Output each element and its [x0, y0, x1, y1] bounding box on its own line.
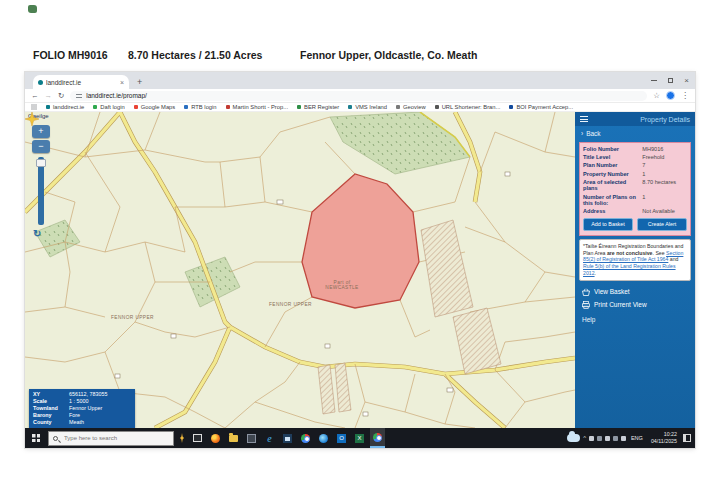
taskbar-app-photos[interactable] [244, 428, 259, 448]
taskbar-app-file-explorer[interactable] [226, 428, 241, 448]
header-location-text: Fennor Upper, Oldcastle, Co. Meath [300, 49, 477, 61]
basket-icon [582, 288, 590, 296]
cortana-icon[interactable] [177, 433, 187, 443]
panel-menu-icon[interactable] [580, 116, 588, 122]
file-explorer-icon [229, 435, 238, 442]
browser-menu-icon[interactable]: ⋮ [681, 91, 689, 100]
property-details-panel: Property Details › Back Folio NumberMH90… [575, 112, 695, 428]
chrome-icon [301, 434, 310, 443]
language-indicator[interactable]: ENG [629, 435, 645, 441]
forward-icon[interactable]: → [45, 91, 53, 100]
legal-link-rule[interactable]: Rule 5(b) of the Land Registration Rules… [583, 263, 676, 276]
field-row: Plan Number7 [583, 162, 687, 169]
internet-explorer-icon: e [267, 434, 271, 443]
compass-icon [25, 112, 39, 126]
tray-icon[interactable] [589, 436, 594, 441]
page-title: FOLIO MH9016 [33, 49, 108, 61]
taskbar-app-excel[interactable]: X [352, 428, 367, 448]
create-alert-button[interactable]: Create Alert [637, 218, 687, 231]
url-bar[interactable] [70, 91, 647, 101]
site-settings-icon[interactable] [76, 93, 82, 99]
weather-cloud-icon[interactable] [567, 434, 580, 442]
browser-tab[interactable]: landdirect.ie × [33, 75, 129, 89]
view-basket-link[interactable]: View Basket [575, 283, 695, 296]
bookmark-item[interactable]: BOI Payment Accep... [509, 104, 573, 110]
zoom-in-button[interactable]: + [32, 125, 50, 138]
tray-icon[interactable] [621, 436, 626, 441]
taskbar-app-chrome-active[interactable] [370, 428, 385, 448]
bookmark-item[interactable]: landdirect.ie [46, 104, 84, 110]
new-tab-button[interactable]: + [137, 75, 142, 89]
bookmark-item[interactable]: Daft login [93, 104, 125, 110]
bookmark-item[interactable]: VMS Ireland [348, 104, 387, 110]
window-maximize-button[interactable] [668, 78, 673, 83]
field-row: AddressNot Available [583, 208, 687, 215]
zoom-out-button[interactable]: − [32, 140, 50, 153]
window-close-button[interactable]: × [684, 77, 689, 85]
tab-close-icon[interactable]: × [120, 79, 124, 86]
bookmark-favicon [93, 105, 97, 109]
townland-label-fennor-upper: FENNOR UPPER [269, 302, 312, 307]
bookmark-favicon [396, 105, 400, 109]
excel-icon: X [355, 434, 364, 443]
print-current-view-link[interactable]: Print Current View [575, 296, 695, 309]
taskbar-app-store[interactable] [280, 428, 295, 448]
info-row: BaronyFore [29, 412, 135, 419]
tray-icon[interactable] [613, 436, 618, 441]
scan-mark [28, 5, 37, 13]
windows-logo-icon [32, 434, 40, 442]
profile-avatar[interactable] [666, 91, 675, 100]
action-center-icon[interactable] [683, 434, 691, 442]
taskbar-app-firefox[interactable] [208, 428, 223, 448]
add-to-basket-button[interactable]: Add to Basket [583, 218, 633, 231]
info-row: TownlandFennor Upper [29, 405, 135, 412]
back-link[interactable]: › Back [575, 126, 695, 139]
bookmark-item[interactable]: RTB login [184, 104, 216, 110]
back-chevron-icon: › [581, 130, 583, 137]
taskbar-search[interactable] [48, 431, 174, 446]
tray-icon[interactable] [597, 436, 602, 441]
bookmark-favicon [46, 105, 50, 109]
store-icon [283, 434, 292, 443]
search-input[interactable] [62, 434, 169, 442]
start-button[interactable] [27, 428, 45, 448]
bookmark-item[interactable]: Martin Shortt - Prop... [226, 104, 288, 110]
outlook-icon: O [337, 434, 346, 443]
back-icon[interactable]: ← [31, 91, 39, 100]
tray-expand-icon[interactable]: ^ [583, 435, 586, 441]
apps-grid-icon[interactable] [31, 104, 37, 110]
bookmark-favicon [435, 105, 439, 109]
photos-icon [247, 434, 256, 443]
firefox-icon [211, 434, 220, 443]
taskbar-app-internet-explorer[interactable]: e [262, 428, 277, 448]
map-canvas[interactable]: Gaeilge + − ↻ Part ofNEWCASTLE FENNOR UP… [25, 112, 575, 428]
info-row: XY656112, 783055 [29, 391, 135, 398]
windows-taskbar: e O X ^ ENG 10:2204/11/2025 [25, 428, 695, 448]
window-minimize-button[interactable] [651, 80, 657, 81]
bookmark-item[interactable]: Google Maps [134, 104, 175, 110]
zoom-slider[interactable] [38, 157, 44, 225]
bookmark-favicon [184, 105, 188, 109]
zoom-slider-handle[interactable] [36, 159, 46, 167]
task-view-button[interactable] [190, 428, 205, 448]
reload-icon[interactable]: ↻ [58, 91, 64, 100]
edge-icon [319, 434, 328, 443]
panel-title: Property Details [640, 116, 690, 123]
bookmark-favicon [226, 105, 230, 109]
disclaimer-note: *Tailte Éireann Registration Boundaries … [579, 239, 691, 281]
taskbar-clock[interactable]: 10:2204/11/2025 [648, 431, 680, 444]
map-refresh-icon[interactable]: ↻ [33, 228, 41, 239]
bookmark-item[interactable]: URL Shortener: Bran... [435, 104, 501, 110]
bookmark-item[interactable]: BER Register [297, 104, 339, 110]
bookmark-favicon [348, 105, 352, 109]
url-input[interactable] [86, 92, 641, 99]
bookmark-favicon [509, 105, 513, 109]
help-link[interactable]: Help [575, 309, 695, 323]
taskbar-app-outlook[interactable]: O [334, 428, 349, 448]
bookmark-star-icon[interactable]: ☆ [653, 91, 660, 100]
taskbar-app-chrome[interactable] [298, 428, 313, 448]
field-row: Property Number1 [583, 171, 687, 178]
bookmark-item[interactable]: Geoview [396, 104, 426, 110]
taskbar-app-edge[interactable] [316, 428, 331, 448]
tray-icon[interactable] [605, 436, 610, 441]
